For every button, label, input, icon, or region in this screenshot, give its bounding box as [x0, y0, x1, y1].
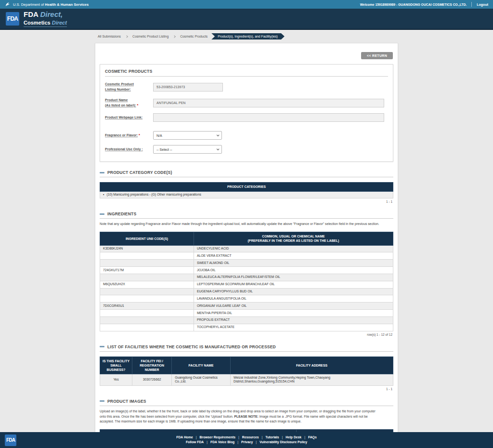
ingredients-section-title: INGREDIENTS — [100, 211, 393, 219]
app-title-italic: Direct, — [40, 10, 63, 18]
table-row: 7D0CGR40U1ORIGANUM VULGARE LEAF OIL — [100, 303, 393, 310]
chevron-right-icon — [173, 35, 176, 38]
cosmetic-products-title: COSMETIC PRODUCTS — [105, 65, 388, 77]
ingredients-table: INGREDIENT UNII CODE(S) COMMON, USUAL OR… — [100, 232, 393, 331]
fda-logo: FDA — [6, 12, 19, 26]
please-note-label: PLEASE NOTE: — [234, 415, 259, 418]
table-row: MENTHA PIPERITA OIL — [100, 310, 393, 317]
ingredients-pagination: row(s) 1 - 12 of 12 — [100, 333, 393, 336]
government-bar: U.S. Department of Health & Human Servic… — [0, 0, 493, 9]
fei-column-header: FACILITY FEI / REGISTRATION NUMBER — [132, 356, 171, 374]
product-categories-table: PRODUCT CATEGORIES (10) Manicuring prepa… — [100, 182, 393, 198]
small-business-column-header: IS THIS FACILITY SMALL BUSINESS? — [100, 356, 132, 374]
webpage-link-label: Product Webpage Link: — [105, 115, 153, 120]
table-row: M6QU9ZUH2XLEPTOSPERMUM SCOPARIUM BRANCH/… — [100, 281, 393, 288]
product-categories-column-header: PRODUCT CATEGORIES — [100, 183, 393, 191]
table-row: EUGENIA CARYOPHYLLUS BUD OIL — [100, 288, 393, 295]
table-row: ALOE VERA EXTRACT — [100, 252, 393, 260]
table-row: TOCOPHERYL ACETATE — [100, 324, 393, 331]
facilities-section: LIST OF FACILITIES WHERE THE COSMETIC IS… — [100, 344, 393, 391]
product-name-label: Product Name (As listed on label):* — [105, 98, 153, 108]
main-content-card: << RETURN COSMETIC PRODUCTS Cosmetic Pro… — [95, 43, 398, 448]
footer-link-privacy[interactable]: Privacy — [241, 440, 259, 444]
collapse-icon[interactable] — [100, 172, 104, 173]
footer-link-help-desk[interactable]: Help Desk — [285, 435, 308, 439]
footer-link-browser-requirements[interactable]: Browser Requirements — [200, 435, 242, 439]
professional-use-label: Professional Use Only : — [105, 147, 153, 152]
cosmetic-products-form: COSMETIC PRODUCTS Cosmetic Product Listi… — [100, 64, 393, 162]
ingredients-section: INGREDIENTS Note that any update regardi… — [100, 211, 393, 336]
product-images-section-title: PRODUCT IMAGES — [100, 399, 393, 406]
app-subtitle-italic: Direct — [52, 20, 67, 26]
professional-use-selected-value: -- Select -- — [156, 148, 172, 151]
app-title-bold: FDA — [24, 10, 38, 18]
footer-link-tutorials[interactable]: Tutorials — [265, 435, 285, 439]
facilities-table: IS THIS FACILITY SMALL BUSINESS? FACILIT… — [100, 356, 393, 386]
topbar-divider — [471, 2, 472, 7]
required-asterisk: * — [139, 133, 140, 137]
hhs-eagle-icon — [5, 1, 11, 7]
listing-number-label: Cosmetic Product Listing Number: — [105, 82, 153, 92]
table-row: K3D86KJ24NUNDECYLENIC ACID — [100, 245, 393, 252]
app-subtitle-bold: Cosmetics — [24, 20, 51, 26]
department-label: U.S. Department of Health & Human Servic… — [13, 2, 89, 7]
table-row: LAVANDULA ANGUSTIFOLIA OIL — [100, 295, 393, 303]
facilities-section-title: LIST OF FACILITIES WHERE THE COSMETIC IS… — [100, 344, 393, 352]
product-categories-section: PRODUCT CATEGORY CODE(S) PRODUCT CATEGOR… — [100, 170, 393, 203]
chevron-down-icon — [217, 134, 220, 137]
professional-use-select[interactable]: -- Select -- — [153, 145, 222, 154]
breadcrumb: All Submissions Cosmetic Product Listing… — [95, 33, 398, 40]
footer-link-faqs[interactable]: FAQs — [308, 435, 317, 439]
app-title-lockup: FDA Direct, Cosmetics Direct — [24, 11, 67, 27]
required-asterisk: * — [137, 104, 139, 107]
collapse-icon[interactable] — [100, 346, 104, 347]
product-categories-pagination: 1 - 1 — [100, 200, 393, 203]
footer-link-resources[interactable]: Resources — [242, 435, 266, 439]
footer: FDA HomeBrowser RequirementsResourcesTut… — [0, 432, 493, 448]
chevron-right-icon — [125, 35, 128, 38]
collapse-icon[interactable] — [100, 400, 104, 402]
welcome-text: Welcome 15918989989 - GUANGDONG OUCAI CO… — [360, 3, 467, 6]
fragrance-label: Fragrance or Flavor:* — [105, 133, 153, 138]
fragrance-select[interactable]: N/A — [153, 131, 222, 140]
footer-link-vulnerability-disclosure[interactable]: Vulnerability Disclosure Policy — [259, 440, 307, 444]
footer-link-fda-voice-blog[interactable]: FDA Voice Blog — [210, 440, 241, 444]
table-row: (10) Manicuring preparations - (G) Other… — [100, 191, 393, 198]
collapse-icon[interactable] — [100, 213, 104, 215]
footer-links-row-2: Follow FDAFDA Voice BlogPrivacyVulnerabi… — [0, 441, 493, 444]
table-row: Yes 3030726662 Guangdong Oucai Cosmetics… — [100, 374, 393, 386]
ingredients-note: Note that any update regarding Fragrance… — [100, 222, 382, 227]
return-button[interactable]: << RETURN — [361, 52, 393, 59]
product-name-input[interactable] — [153, 99, 384, 107]
table-row: 724GKU717MJOJOBA OIL — [100, 267, 393, 274]
department-bold: Health & Human Services — [45, 2, 89, 7]
table-row: MELALEUCA ALTERNIFOLIA FLOWER/LEAF/STEM … — [100, 274, 393, 281]
webpage-link-input[interactable] — [153, 113, 384, 122]
fda-footer-logo: FDA — [5, 435, 16, 446]
product-images-description: Upload an image(s) of the label, whether… — [100, 409, 382, 425]
name-column-header: COMMON, USUAL OR CHEMICAL NAME (PREFERAB… — [194, 232, 393, 245]
chevron-down-icon — [217, 148, 220, 151]
footer-links: FDA HomeBrowser RequirementsResourcesTut… — [0, 435, 493, 446]
table-row: PROPOLIS EXTRACT — [100, 316, 393, 324]
footer-link-fda-home[interactable]: FDA Home — [176, 435, 199, 439]
footer-link-follow-fda[interactable]: Follow FDA — [186, 440, 210, 444]
listing-number-input[interactable] — [153, 83, 223, 92]
breadcrumb-current-page: Product(s), Ingredient(s), and Facility(… — [211, 33, 285, 40]
breadcrumb-cosmetic-product-listing[interactable]: Cosmetic Product Listing — [130, 35, 171, 38]
department-prefix: U.S. Department of — [13, 2, 44, 7]
breadcrumb-all-submissions[interactable]: All Submissions — [95, 35, 124, 38]
logout-link[interactable]: Logout — [477, 3, 488, 6]
unii-column-header: INGREDIENT UNII CODE(S) — [100, 232, 194, 245]
product-categories-section-title: PRODUCT CATEGORY CODE(S) — [100, 170, 393, 177]
breadcrumb-cosmetic-products[interactable]: Cosmetic Products — [177, 35, 210, 38]
fragrance-selected-value: N/A — [156, 134, 162, 137]
facilities-pagination: 1 - 1 — [100, 387, 393, 391]
footer-links-row-1: FDA HomeBrowser RequirementsResourcesTut… — [0, 436, 493, 439]
app-header: FDA FDA Direct, Cosmetics Direct — [0, 9, 493, 30]
facility-name-column-header: FACILITY NAME — [172, 356, 231, 374]
facility-address-column-header: FACILITY ADDRESS — [230, 356, 393, 374]
table-row: SWEET ALMOND OIL — [100, 260, 393, 267]
